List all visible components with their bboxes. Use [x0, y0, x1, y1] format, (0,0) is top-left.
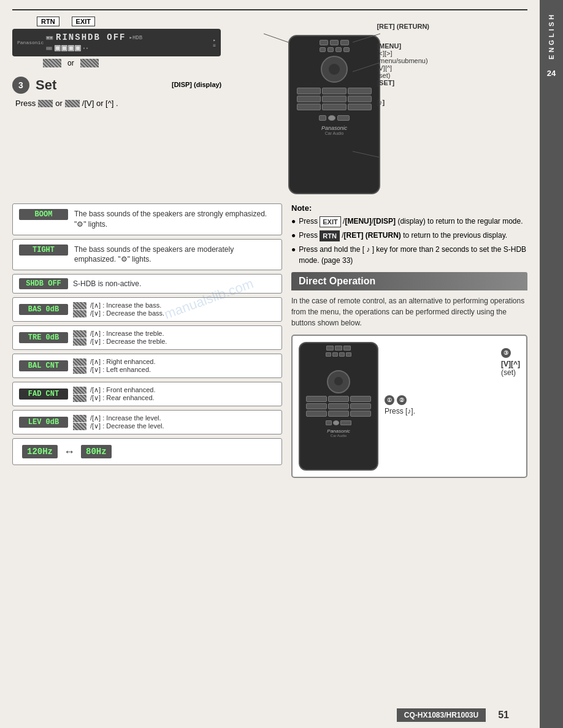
note-item-2: ● Press RTN /[RET] (RETURN) to return to…: [291, 230, 527, 241]
step-circle: 3: [12, 77, 29, 94]
mode-box-tight: TIGHT The bass sounds of the speakers ar…: [12, 239, 282, 271]
main-content: RTN EXIT Panasonic ▣▣ RINSHDB OFF ▸HDB ▦…: [0, 0, 540, 728]
remote-annotations: [RET] (RETURN) [MENU] [<][>] (menu/subme…: [377, 23, 429, 106]
nav-wheel: [321, 56, 348, 83]
or-row: or: [43, 59, 245, 67]
btn-row: RTN EXIT: [37, 17, 245, 26]
setting-bal: BAL CNT /[∧] : Right enhanced. /[∨] : Le…: [12, 354, 282, 378]
sidebar-language: ENGLISH: [548, 12, 555, 59]
right-column: Note: ● Press EXIT /[MENU]/[DISP] (displ…: [291, 203, 527, 478]
note-section: Note: ● Press EXIT /[MENU]/[DISP] (displ…: [291, 203, 527, 266]
remote-small-diagram: Panasonic Car Audio: [299, 342, 378, 471]
direct-op-title: Direct Operation: [299, 276, 375, 286]
set-btn-label: [SET]: [377, 79, 429, 86]
num-1: [297, 88, 321, 94]
bullet-2: ●: [291, 230, 296, 241]
num-6: [348, 96, 372, 102]
device-display: Panasonic ▣▣ RINSHDB OFF ▸HDB ▦▦ ▣▣▣▣ ▪▪: [12, 29, 221, 56]
rd-btn-1: [320, 40, 328, 45]
num-3: [348, 88, 372, 94]
rs-sm-3: [339, 352, 345, 357]
direct-op-remote-box: Panasonic Car Audio ① ② Pres: [291, 335, 527, 478]
rd-btn-3: [340, 40, 349, 45]
bal-up-text: /[∧] : Right enhanced.: [90, 358, 155, 366]
ann-menu: [MENU] [<][>] (menu/submenu) [V][^] (set…: [377, 42, 429, 86]
ann-ret-return: [RET] (RETURN): [377, 23, 429, 30]
mode-box-boom: BOOM The bass sounds of the speakers are…: [12, 203, 282, 235]
boom-tag: BOOM: [19, 209, 68, 220]
fad-up-row: /[∧] : Front enhanced.: [73, 386, 275, 394]
rs-btn-3: [343, 346, 351, 351]
tre-up-row: /[∧] : Increase the treble.: [73, 330, 275, 338]
nav-arrow-1: [38, 100, 53, 107]
num-2: [322, 88, 346, 94]
tre-down-arrow: [73, 338, 86, 346]
rs-sm-1: [326, 352, 331, 357]
extra-2: [328, 115, 335, 121]
freq-box: 120Hz ↔ 80Hz: [12, 438, 282, 465]
setting-bas: BAS 0dB /[∧] : Increase the bass. /[∨] :…: [12, 297, 282, 322]
rd-small-1: [320, 47, 326, 52]
bas-controls: /[∧] : Increase the bass. /[∨] : Decreas…: [73, 301, 275, 317]
top-divider: [12, 9, 527, 10]
set-nav-direct: [V][^]: [501, 360, 520, 368]
ret-return-label: [RET] (RETURN): [377, 23, 429, 30]
step-instruction: Press or /[V] or [^] .: [15, 99, 245, 108]
bas-down-text: /[∨] : Decrease the bass.: [90, 309, 164, 317]
remote-numpad: [289, 85, 379, 113]
remote-row2: [289, 47, 379, 52]
rsn-5: [328, 403, 349, 409]
bal-controls: /[∧] : Right enhanced. /[∨] : Left enhan…: [73, 358, 275, 374]
bal-tag: BAL CNT: [19, 360, 68, 371]
remote-nav: [289, 56, 379, 83]
svg-line-3: [264, 34, 288, 42]
rd-small-3: [335, 47, 342, 52]
rtn-button-label: RTN: [37, 17, 59, 26]
lev-up-arrow: [73, 415, 86, 422]
note-key-label: [♪]: [377, 99, 385, 106]
menu-label: [MENU]: [377, 42, 429, 50]
set-desc-direct: (set): [501, 368, 520, 377]
nav-small-center: [334, 377, 343, 385]
setting-fad: FAD CNT /[∧] : Front enhanced. /[∨] : Re…: [12, 382, 282, 406]
bullet-1: ●: [291, 216, 296, 227]
remote-small-extra: [300, 419, 377, 427]
or-text: or: [67, 59, 74, 67]
tight-tag: TIGHT: [19, 245, 68, 256]
display-icons: ▸ ≡: [213, 37, 216, 48]
rs-extra-3: [340, 420, 351, 425]
fad-down-arrow: [73, 395, 86, 402]
fad-controls: /[∧] : Front enhanced. /[∨] : Rear enhan…: [73, 386, 275, 402]
remote-diagram-area: Panasonic Car Audio [RET] (RETURN) [MENU…: [258, 17, 429, 194]
remote-small-nav: [300, 370, 377, 393]
page-container: RTN EXIT Panasonic ▣▣ RINSHDB OFF ▸HDB ▦…: [0, 0, 563, 728]
bas-up-arrow: [73, 302, 86, 309]
lev-up-text: /[∧] : Increase the level.: [90, 414, 161, 422]
nav-arrow-2: [65, 100, 80, 107]
lev-down-text: /[∨] : Decrease the level.: [90, 422, 164, 430]
step2-circle: ②: [397, 395, 407, 405]
press-note-text: Press [♪].: [385, 407, 415, 415]
bottom-section: BOOM The bass sounds of the speakers are…: [12, 203, 527, 478]
freq-left: 120Hz: [22, 445, 58, 458]
left-column: BOOM The bass sounds of the speakers are…: [12, 203, 282, 478]
step-title: Set: [36, 77, 56, 93]
rtn-inline-btn: RTN: [320, 230, 340, 242]
sidebar-pagenum: 24: [547, 69, 556, 78]
step3-circle: ③: [501, 348, 511, 358]
tre-controls: /[∧] : Increase the treble. /[∨] : Decre…: [73, 330, 275, 346]
rsn-6: [350, 403, 371, 409]
note-text-2: Press RTN /[RET] (RETURN) to return to t…: [299, 230, 507, 241]
rs-sm-2: [332, 352, 338, 357]
note-item-1: ● Press EXIT /[MENU]/[DISP] (display) to…: [291, 216, 527, 227]
extra-1: [319, 115, 326, 121]
num-8: [322, 104, 346, 110]
fad-down-row: /[∨] : Rear enhanced.: [73, 394, 275, 402]
display-logo: Panasonic: [17, 40, 44, 45]
rsn-3: [350, 396, 371, 402]
shdb-tag: SHDB OFF: [19, 278, 68, 289]
note-text-1: Press EXIT /[MENU]/[DISP] (display) to r…: [299, 216, 523, 227]
nav-center: [329, 64, 340, 75]
display-text: RINSHDB OFF: [56, 32, 126, 42]
tight-desc: The bass sounds of the speakers are mode…: [74, 245, 275, 265]
